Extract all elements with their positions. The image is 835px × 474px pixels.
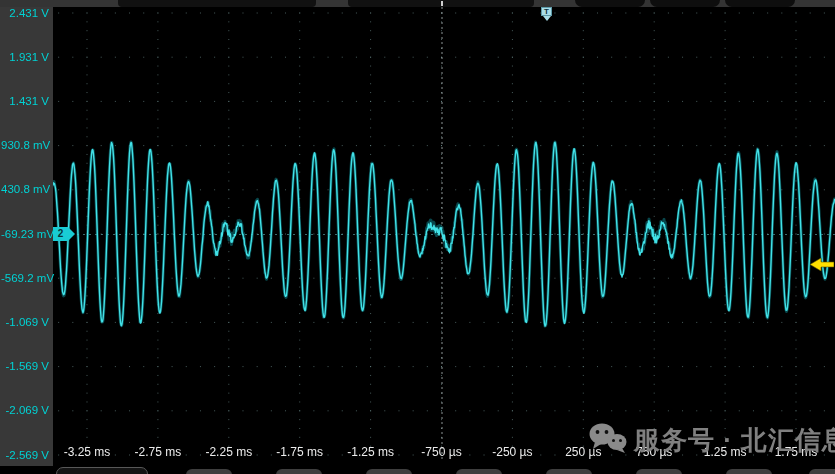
y-axis-label: -1.069 V [1, 316, 49, 329]
y-axis-label: -1.569 V [1, 360, 49, 373]
wechat-icon [588, 422, 628, 458]
trigger-level-arrow-icon[interactable] [810, 257, 834, 270]
y-axis-label: 2.431 V [1, 7, 49, 20]
waveform-plot-area[interactable]: T 2 -3.25 ms -2.75 ms -2.25 ms -1.75 ms … [53, 7, 835, 460]
x-axis-label: -2.75 ms [135, 445, 182, 459]
y-axis-label: 430.8 mV [1, 183, 49, 196]
bottom-toolbar [0, 466, 835, 474]
top-toolbar-button[interactable] [650, 0, 720, 7]
bottom-toolbar-button[interactable] [56, 467, 148, 474]
x-axis-label: -3.25 ms [64, 445, 111, 459]
top-toolbar-button[interactable] [575, 0, 645, 7]
y-axis-label: -2.069 V [1, 404, 49, 417]
y-axis-panel: 2.431 V 1.931 V 1.431 V 930.8 mV 430.8 m… [0, 0, 53, 474]
watermark: 服务号 · 北汇信息 [588, 423, 835, 457]
oscilloscope-screen: { "scope": { "y_axis_labels": ["2.431 V"… [0, 0, 835, 474]
top-toolbar-button[interactable] [725, 0, 795, 7]
watermark-text: 服务号 · 北汇信息 [634, 423, 835, 458]
top-toolbar-inset [118, 0, 316, 7]
channel-2-ground-marker[interactable]: 2 [53, 227, 68, 241]
x-axis-label: -2.25 ms [205, 445, 252, 459]
y-axis-label: -69.23 mV [1, 228, 49, 241]
trigger-position-marker[interactable]: T [541, 7, 552, 16]
bottom-toolbar-button[interactable] [186, 469, 232, 474]
y-axis-label: 1.931 V [1, 51, 49, 64]
x-axis-label: -1.75 ms [276, 445, 323, 459]
bottom-toolbar-button[interactable] [276, 469, 322, 474]
y-axis-label: -569.2 mV [1, 272, 49, 285]
bottom-toolbar-button[interactable] [456, 469, 502, 474]
x-axis-label: -250 µs [492, 445, 532, 459]
x-axis-label: -750 µs [421, 445, 461, 459]
bottom-toolbar-button[interactable] [636, 469, 682, 474]
bottom-toolbar-button[interactable] [809, 469, 835, 474]
x-axis-label: -1.25 ms [347, 445, 394, 459]
bottom-toolbar-button[interactable] [546, 469, 592, 474]
top-toolbar-tick [441, 1, 443, 6]
bottom-toolbar-button[interactable] [366, 469, 412, 474]
waveform-display[interactable] [53, 7, 835, 460]
y-axis-label: 1.431 V [1, 95, 49, 108]
y-axis-label: 930.8 mV [1, 139, 49, 152]
bottom-toolbar-button[interactable] [726, 469, 772, 474]
top-toolbar [0, 0, 835, 7]
y-axis-label: -2.569 V [1, 449, 49, 462]
